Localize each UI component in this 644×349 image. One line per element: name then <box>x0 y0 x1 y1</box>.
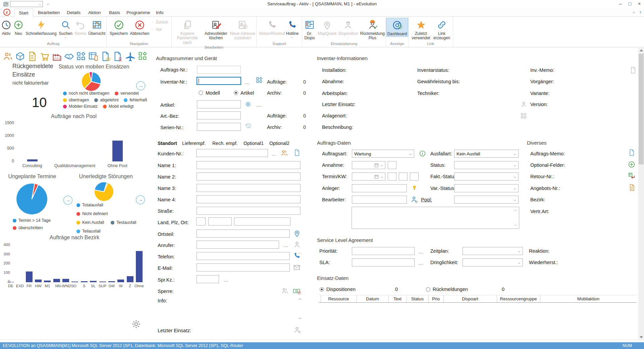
prioritaet-input[interactable] <box>352 247 415 255</box>
termin-kw-input2[interactable] <box>399 172 408 181</box>
kopiere-partnerrolle-button[interactable]: Kopiere Partnerrolle nach <box>172 18 203 45</box>
serien-nr-input[interactable] <box>197 123 241 131</box>
tab-details[interactable]: Details <box>62 9 85 17</box>
bulb-icon[interactable] <box>411 184 418 191</box>
airplane-icon[interactable] <box>125 50 136 62</box>
speichern-button[interactable]: Speichern <box>109 18 129 36</box>
scroll-down-icon[interactable] <box>514 223 518 227</box>
scroll-up-icon[interactable] <box>514 208 518 212</box>
pool-combo[interactable] <box>454 196 519 204</box>
artikel-lookup-button[interactable]: ... <box>257 103 261 108</box>
map-pin-icon[interactable] <box>293 230 301 237</box>
tab-lieferempf[interactable]: Lieferempf. <box>182 141 206 146</box>
aktion-rueckruf-button[interactable]: Aktion/Rückruf <box>259 18 285 36</box>
sprkz-lookup-button[interactable]: ... <box>224 278 229 283</box>
gear-icon[interactable] <box>131 319 142 330</box>
column-header-ressource[interactable]: Ressource <box>321 296 357 301</box>
customers-icon[interactable] <box>280 149 288 157</box>
next-chart-arrow-button[interactable]: → <box>63 196 72 205</box>
sla-input[interactable] <box>352 258 415 266</box>
table-phone-icon[interactable] <box>88 51 99 62</box>
kunden-nr-input[interactable] <box>196 149 268 157</box>
document-icon[interactable] <box>293 149 301 156</box>
hotline-button[interactable]: Hotline <box>285 18 300 39</box>
plus-circle-icon[interactable] <box>628 161 635 168</box>
cart-icon[interactable] <box>40 51 50 62</box>
adressfelder-loeschen-button[interactable]: Adressfelder löschen <box>203 18 229 41</box>
scroll-up-icon[interactable] <box>298 297 302 301</box>
envelope-icon[interactable] <box>293 264 301 271</box>
help-icon[interactable] <box>638 10 643 15</box>
auftrag-nr-input[interactable] <box>197 66 241 74</box>
zurueck-button[interactable]: Zurück <box>151 20 168 24</box>
name3-input[interactable] <box>197 184 301 192</box>
scrollbar-thumb[interactable] <box>639 54 644 164</box>
scrollbar-up-arrow[interactable] <box>640 49 643 51</box>
plz-input[interactable] <box>208 217 232 226</box>
tab-aktion[interactable]: Aktion <box>84 9 105 17</box>
ortsteil-input[interactable] <box>197 230 290 238</box>
scroll-down-icon[interactable] <box>298 316 302 320</box>
auftrag-bemerkung-textarea[interactable] <box>352 207 519 229</box>
email-input[interactable] <box>197 263 290 271</box>
vertical-scrollbar[interactable] <box>638 48 644 340</box>
vor-button[interactable]: Vor <box>151 27 168 32</box>
disposition-button[interactable]: Disposition <box>337 18 359 39</box>
land-input[interactable] <box>196 217 206 226</box>
name4-input[interactable] <box>197 195 301 203</box>
tab-start[interactable]: Start <box>14 9 33 17</box>
anrufer-lookup-button[interactable]: ... <box>283 243 288 248</box>
art-bez-input[interactable] <box>197 111 241 119</box>
link-erzeugen-button[interactable]: Link erzeugen <box>432 18 451 41</box>
name2-input[interactable] <box>197 172 301 181</box>
auftragsart-combo[interactable]: Wartung <box>352 150 414 158</box>
column-header-mobilaktion[interactable]: Mobilaktion <box>540 296 637 301</box>
factory-icon[interactable] <box>52 51 62 62</box>
sla-lookup-button[interactable]: ... <box>419 261 423 266</box>
green-modules-icon[interactable] <box>138 51 148 61</box>
quick-access-combo[interactable] <box>10 1 43 7</box>
gr-dispo-button[interactable]: Gr. Dispo <box>302 18 317 41</box>
pool-link-label[interactable]: Pool: <box>421 197 432 202</box>
tab-optional1[interactable]: Optional1 <box>244 141 264 146</box>
zuletzt-verwendet-button[interactable]: Zuletzt verwendet <box>410 18 432 41</box>
column-header-prio[interactable]: Prio <box>428 296 443 301</box>
column-header-status[interactable]: Status <box>407 296 428 301</box>
artikel-radio[interactable] <box>234 91 238 95</box>
eevolution-logo[interactable]: e <box>3 9 10 16</box>
memo-document-icon[interactable] <box>628 149 635 156</box>
scrollbar-down-arrow[interactable] <box>640 336 643 338</box>
package-icon[interactable] <box>15 51 25 62</box>
neu-button[interactable]: Neu <box>12 18 24 36</box>
invoice-icon[interactable] <box>27 51 38 62</box>
quick-access-customize-icon[interactable] <box>46 3 50 6</box>
tab-rech-empf[interactable]: Rech. empf. <box>212 141 237 146</box>
anleger-input[interactable] <box>352 184 407 192</box>
termin-kw-input[interactable] <box>388 172 396 181</box>
offer-document-icon[interactable] <box>628 184 636 191</box>
modell-radio[interactable] <box>199 91 203 95</box>
abbrechen-button[interactable]: Abbrechen <box>129 18 150 36</box>
sprkz-input[interactable] <box>197 275 219 283</box>
maximize-button[interactable]: □ <box>625 0 635 8</box>
aktiv-button[interactable]: Aktiv <box>0 18 12 36</box>
inventar-lookup-button[interactable]: ... <box>245 80 250 85</box>
info-icon[interactable] <box>419 150 426 157</box>
dashboard-button[interactable]: Dashboard <box>386 18 409 37</box>
dringlichkeit-combo[interactable] <box>463 258 523 266</box>
annahme-date-input[interactable] <box>352 161 385 169</box>
column-header-datum[interactable]: Datum <box>357 296 388 301</box>
status-combo[interactable] <box>454 161 519 169</box>
tab-standort[interactable]: Standort <box>158 141 177 146</box>
dispositionen-radio[interactable] <box>320 287 324 292</box>
telefon-input[interactable] <box>197 252 290 260</box>
next-chart-arrow-button[interactable]: → <box>136 195 145 204</box>
tab-info[interactable]: Info <box>152 9 168 17</box>
neue-adresse-zuordnen-button[interactable]: Neue Adresse zuordnen <box>229 18 256 41</box>
handshake-icon[interactable] <box>64 51 74 62</box>
name1-input[interactable] <box>197 161 301 169</box>
kunden-lookup-button[interactable]: ... <box>272 152 276 157</box>
column-header-text[interactable]: Text <box>388 296 407 301</box>
collapse-ribbon-icon[interactable] <box>632 11 636 15</box>
strasse-input[interactable] <box>197 207 301 215</box>
